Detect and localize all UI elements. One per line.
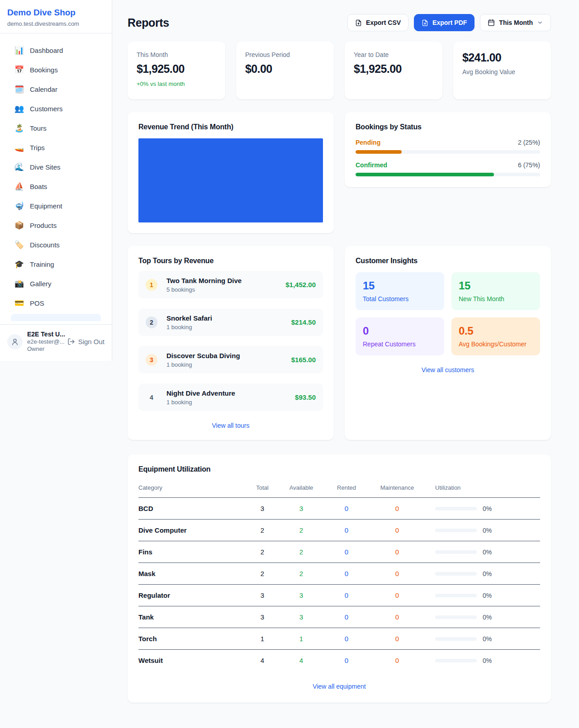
sidebar-item-tours[interactable]: 🏝️ Tours: [5, 118, 106, 138]
bookings-calendar-icon: 📅: [14, 65, 24, 75]
equipment-total: 2: [246, 541, 279, 563]
column-header: Maintenance: [369, 479, 425, 498]
sidebar-item-trips[interactable]: 🚤 Trips: [5, 138, 106, 157]
sidebar-item-calendar[interactable]: 🗓️ Calendar: [5, 80, 106, 99]
dashboard-icon: 📊: [14, 45, 24, 56]
view-all-equipment-link[interactable]: View all equipment: [138, 683, 540, 690]
sidebar-item-label: Gallery: [30, 279, 52, 289]
table-row: Fins 2 2 0 0 0%: [138, 541, 540, 563]
equipment-available: 2: [279, 520, 324, 541]
sidebar-item-bookings[interactable]: 📅 Bookings: [5, 60, 106, 80]
tile-avg-bookings-customer: 0.5 Avg Bookings/Customer: [451, 317, 540, 355]
export-pdf-label: Export PDF: [432, 19, 467, 26]
sidebar-item-discounts[interactable]: 🏷️ Discounts: [5, 235, 106, 255]
sidebar-item-label: Training: [30, 259, 54, 269]
equipment-category: Wetsuit: [138, 650, 246, 671]
column-header: Category: [138, 479, 246, 498]
period-label: This Month: [499, 19, 533, 26]
tours-island-icon: 🏝️: [14, 123, 24, 133]
table-row: Tank 3 3 0 0 0%: [138, 606, 540, 628]
export-csv-label: Export CSV: [366, 19, 401, 26]
status-row-confirmed: Confirmed 6 (75%): [356, 161, 540, 176]
trips-boat-icon: 🚤: [14, 142, 24, 153]
utilization-percent: 0%: [483, 527, 492, 534]
tile-label: Total Customers: [363, 295, 437, 303]
equipment-category: Regulator: [138, 585, 246, 606]
sidebar-item-customers[interactable]: 👥 Customers: [5, 99, 106, 118]
equipment-category: Tank: [138, 606, 246, 628]
tour-name: Two Tank Morning Dive: [166, 276, 242, 285]
stat-value: $1,925.00: [354, 62, 433, 76]
sidebar-item-pos[interactable]: 💳 POS: [5, 293, 106, 313]
table-row: Wetsuit 4 4 0 0 0%: [138, 650, 540, 671]
progress-fill-confirmed: [356, 173, 494, 176]
tile-value: 15: [363, 279, 437, 292]
sidebar-item-gallery[interactable]: 📸 Gallery: [5, 274, 106, 293]
equipment-rented: 0: [324, 541, 369, 563]
equipment-maintenance: 0: [369, 628, 425, 650]
equipment-total: 1: [246, 628, 279, 650]
stat-card-this-month: This Month $1,925.00 +0% vs last month: [128, 42, 225, 99]
equipment-rented: 0: [324, 520, 369, 541]
equipment-total: 3: [246, 606, 279, 628]
tour-amount: $165.00: [291, 356, 316, 364]
equipment-available: 3: [279, 606, 324, 628]
sign-out-button[interactable]: Sign Out: [66, 338, 104, 345]
file-download-icon: [422, 19, 428, 26]
file-download-icon: [355, 19, 362, 26]
utilization-cell: 0%: [435, 614, 540, 621]
equipment-maintenance: 0: [369, 650, 425, 671]
view-all-customers-link[interactable]: View all customers: [356, 366, 540, 373]
sidebar-item-boats[interactable]: ⛵ Boats: [5, 177, 106, 196]
utilization-cell: 0%: [435, 548, 540, 556]
rank-badge: 4: [146, 392, 157, 403]
sidebar-item-dashboard[interactable]: 📊 Dashboard: [5, 41, 106, 60]
utilization-cell: 0%: [435, 635, 540, 643]
column-header: Available: [279, 479, 324, 498]
table-row: Torch 1 1 0 0 0%: [138, 628, 540, 650]
credit-card-icon: 💳: [14, 298, 24, 308]
tour-amount: $1,452.00: [285, 281, 316, 288]
tour-row: 3 Discover Scuba Diving 1 booking $165.0…: [138, 346, 323, 373]
utilization-cell: 0%: [435, 527, 540, 534]
sidebar-item-products[interactable]: 📦 Products: [5, 216, 106, 235]
utilization-cell: 0%: [435, 592, 540, 599]
customers-icon: 👥: [14, 104, 24, 114]
equipment-rented: 0: [324, 498, 369, 520]
stat-delta: +0% vs last month: [137, 80, 216, 87]
customer-insights-card: Customer Insights 15 Total Customers 15 …: [345, 246, 551, 440]
utilization-bar: [435, 572, 477, 576]
shop-domain: demo.test.divestreams.com: [7, 20, 104, 27]
customer-insights-title: Customer Insights: [356, 257, 540, 265]
stat-label: Previous Period: [245, 51, 325, 58]
revenue-trend-title: Revenue Trend (This Month): [138, 123, 323, 131]
table-row: BCD 3 3 0 0 0%: [138, 498, 540, 520]
period-dropdown[interactable]: This Month: [480, 14, 551, 31]
tile-total-customers: 15 Total Customers: [356, 272, 444, 310]
tour-name: Snorkel Safari: [166, 314, 212, 322]
tile-label: Avg Bookings/Customer: [459, 340, 533, 348]
utilization-percent: 0%: [483, 570, 492, 577]
column-header: Total: [246, 479, 279, 498]
user-role: Owner: [27, 345, 62, 353]
sidebar-item-training[interactable]: 🎓 Training: [5, 255, 106, 274]
progress-track: [356, 150, 540, 154]
column-header: Rented: [324, 479, 369, 498]
export-pdf-button[interactable]: Export PDF: [414, 14, 475, 31]
view-all-tours-link[interactable]: View all tours: [138, 422, 323, 429]
table-row: Dive Computer 2 2 0 0 0%: [138, 520, 540, 541]
equipment-category: Torch: [138, 628, 246, 650]
tour-bookings: 1 booking: [166, 399, 235, 406]
sailboat-icon: ⛵: [14, 181, 24, 192]
equipment-table: Category Total Available Rented Maintena…: [138, 479, 540, 671]
table-row: Regulator 3 3 0 0 0%: [138, 585, 540, 606]
equipment-maintenance: 0: [369, 498, 425, 520]
sidebar-item-equipment[interactable]: 🤿 Equipment: [5, 196, 106, 216]
tile-new-this-month: 15 New This Month: [451, 272, 540, 310]
equipment-available: 2: [279, 563, 324, 585]
sidebar-item-dive-sites[interactable]: 🌊 Dive Sites: [5, 157, 106, 177]
stat-label: Avg Booking Value: [462, 68, 542, 76]
package-icon: 📦: [14, 220, 24, 231]
export-csv-button[interactable]: Export CSV: [347, 14, 408, 31]
sidebar-item-reports-selected[interactable]: [11, 314, 101, 321]
